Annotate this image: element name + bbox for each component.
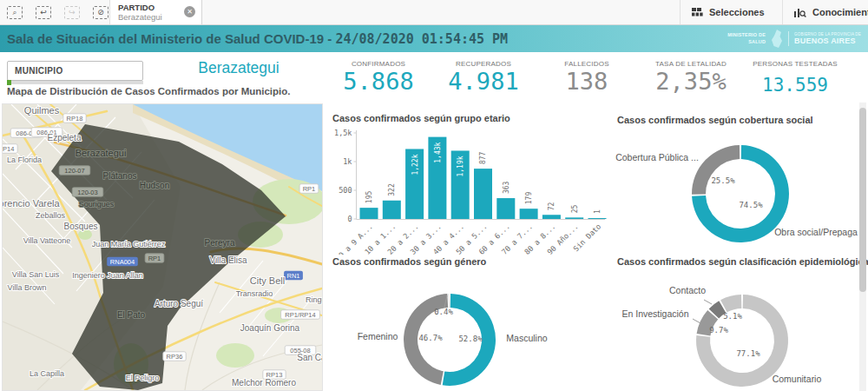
map-label-city-bell: City Bell <box>250 275 285 286</box>
bar-70-a-7[interactable] <box>520 209 538 219</box>
map-label-melchor-romero: Melchor Romero <box>232 378 296 388</box>
selections-button[interactable]: Selecciones <box>692 0 765 24</box>
age-chart-panel: Casos confirmados según grupo etario 050… <box>326 111 608 255</box>
donut-slice-unlabeled[interactable] <box>449 294 450 308</box>
selection-chip-partido[interactable]: PARTIDO Berazategui ✕ <box>109 0 202 24</box>
route-badge-label: RP1/RP14 <box>285 311 315 319</box>
classification-chart-panel: Casos confirmados según clasificación ep… <box>610 255 859 391</box>
map-label-ringuelet: Ringuelet <box>306 295 322 304</box>
map-label-transradio: Transradio <box>236 289 273 298</box>
municipio-filter[interactable]: MUNICIPIO <box>7 61 143 81</box>
step-forward-icon: ↪ <box>64 6 80 19</box>
toolbar-separator <box>680 0 681 24</box>
bar-sin-dato[interactable] <box>589 218 607 219</box>
bar-60-a-6[interactable] <box>496 198 515 219</box>
close-icon[interactable]: ✕ <box>184 6 195 17</box>
age-y-tick-label: 1,5k <box>334 129 352 137</box>
bar-10-a-1[interactable] <box>383 201 401 219</box>
logo-divider <box>788 31 789 46</box>
step-back-icon: ↩ <box>36 6 51 19</box>
clear-selections-button[interactable]: ⊘ <box>91 3 110 22</box>
age-y-tick-label: 1k <box>343 157 352 166</box>
map-label-el-peligro: El Peligro <box>126 374 160 382</box>
selections-label: Selecciones <box>709 7 765 17</box>
map-label-pl-tanos: Plátanos <box>103 171 137 181</box>
dashboard-header: Sala de Situación del Ministerio de Salu… <box>0 25 868 52</box>
bar-value-label: 1 <box>594 209 602 214</box>
bar-0-a-9-a[interactable] <box>360 208 378 219</box>
kpi-recuperados: RECUPERADOS4.981 <box>431 60 536 95</box>
donut-pct-label: 74.5% <box>739 201 763 209</box>
step-back-button[interactable]: ↩ <box>34 3 53 22</box>
bar-value-label: 179 <box>525 192 533 205</box>
step-forward-button[interactable]: ↪ <box>62 3 82 22</box>
app-window: ⌕ ↩ ↪ ⊘ PARTIDO Berazategui ✕ Seleccione… <box>0 0 868 391</box>
donut-pct-label: 25.5% <box>711 176 735 185</box>
map-label-florencio-varela: Florencio Varela <box>3 198 61 209</box>
kpi-tasa-letalidad: TASA DE LETALIDAD2,35% <box>638 60 744 95</box>
dashboard-datetime: 24/08/2020 01:54:45 PM <box>335 31 508 47</box>
donut-leader-line <box>704 300 712 304</box>
map-label-la-florida: La Florida <box>7 156 42 164</box>
bar-90-a-o[interactable] <box>565 217 583 219</box>
kpi-personas-testeadas: PERSONAS TESTEADAS13.559 <box>742 60 848 98</box>
bar-80-a-8[interactable] <box>542 215 561 219</box>
map-label-villa-vatteone: Villa Vatteone <box>23 236 71 245</box>
donut-name-label: Obra social/Prepaga <box>774 227 858 237</box>
smart-search-button[interactable]: ⌕ <box>5 3 24 22</box>
route-badge-label: RP14 <box>3 145 14 153</box>
map-panel[interactable]: RP18086-03086-01RP14120-07120-03RP1RNA00… <box>2 103 323 391</box>
bar-value-label: 72 <box>548 202 556 210</box>
scrollbar-thumb[interactable] <box>859 108 866 292</box>
municipio-filter-scrollbar[interactable] <box>7 81 143 84</box>
ministry-logo-text: MINISTERIO DE SALUD <box>727 32 766 44</box>
map-label-berazategui: Berazategui <box>76 148 127 158</box>
clear-selections-icon: ⊘ <box>93 6 108 19</box>
gov-logo-text: GOBIERNO DE LA PROVINCIA DE BUENOS AIRES <box>794 32 861 45</box>
map-label-bosques: Bosques <box>64 222 98 231</box>
map-label-hudson: Hudson <box>140 181 169 190</box>
route-badge-label: RP1 <box>303 185 316 193</box>
bar-value-label: 877 <box>480 151 488 164</box>
province-outline-icon <box>771 30 783 49</box>
government-logo: MINISTERIO DE SALUD GOBIERNO DE LA PROVI… <box>727 28 861 50</box>
route-badge-label: 120-07 <box>64 167 84 175</box>
map-label-joaqu-n-gorina: Joaquín Gorina <box>240 323 300 333</box>
bar-value-label: 363 <box>503 181 510 194</box>
selections-icon <box>692 8 703 17</box>
selection-indicator <box>7 80 11 85</box>
map-title: Mapa de Distribución de Casos Confirmado… <box>7 86 291 96</box>
map-canvas[interactable]: RP18086-03086-01RP14120-07120-03RP1RNA00… <box>3 104 322 390</box>
map-label-ingeniero-juan-allan: Ingeniero Juan Allan <box>72 271 143 280</box>
donut-pct-label: 46.7% <box>418 334 443 342</box>
bar-value-label: 195 <box>365 190 373 203</box>
insights-button[interactable]: Conocimientos <box>794 0 868 24</box>
map-label-villa-brown: Villa Brown <box>8 283 47 292</box>
map-label-zeballos: Zeballos <box>36 211 66 220</box>
donut-slice-cobertura-p-blica[interactable] <box>692 145 740 195</box>
route-badge-label: 120-03 <box>77 189 97 196</box>
bar-50-a-5[interactable] <box>474 169 492 219</box>
route-badge-label: RP1 <box>148 255 161 262</box>
toolbar: ⌕ ↩ ↪ ⊘ PARTIDO Berazategui ✕ Seleccione… <box>0 0 868 25</box>
donut-leader-line <box>693 319 700 323</box>
coverage-chart-panel: Casos confirmados según cobertura social… <box>610 113 859 252</box>
map-label-villa-elisa: Villa Elisa <box>209 255 247 265</box>
dashboard-content: RP18086-03086-01RP14120-07120-03RP1RNA00… <box>0 103 868 391</box>
map-label-san-carlos: San Carlos <box>297 353 322 362</box>
donut-name-label: Femenino <box>358 331 398 341</box>
bar-value-label: 25 <box>571 205 579 214</box>
donut-name-label: En Investigación <box>621 308 688 319</box>
selection-chip-field: PARTIDO <box>118 3 155 12</box>
smart-search-icon: ⌕ <box>7 6 23 19</box>
donut-name-label: Comunitario <box>773 374 822 384</box>
donut-name-label: Masculino <box>506 333 547 343</box>
bar-value-label: 322 <box>388 183 396 196</box>
bar-value-label: 1,19k <box>457 156 464 176</box>
donut-name-label: Contacto <box>669 285 706 295</box>
toolbar-icon-group: ⌕ ↩ ↪ ⊘ <box>5 0 110 24</box>
donut-pct-label: 52.8% <box>458 335 483 343</box>
insights-label: Conocimientos <box>812 7 868 17</box>
selection-chip-value: Berazategui <box>118 12 162 22</box>
route-badge-label: RN1 <box>286 272 299 280</box>
